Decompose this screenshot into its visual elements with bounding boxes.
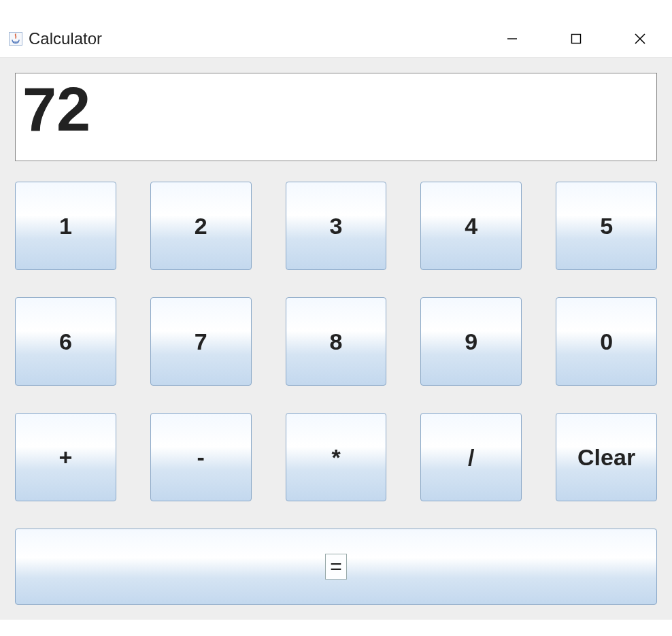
divide-button[interactable]: / — [420, 413, 522, 501]
digit-6-button[interactable]: 6 — [15, 297, 116, 386]
equals-label: = — [325, 554, 347, 580]
digit-4-button[interactable]: 4 — [420, 182, 522, 270]
title-bar: Calculator — [0, 20, 672, 57]
add-button[interactable]: + — [15, 413, 116, 501]
equals-row: = — [15, 529, 657, 605]
digit-5-button[interactable]: 5 — [556, 182, 657, 270]
equals-button[interactable]: = — [15, 529, 657, 605]
clear-button[interactable]: Clear — [556, 413, 657, 501]
keypad: 1 2 3 4 5 6 7 8 9 0 + - * / Clear — [15, 182, 657, 501]
digit-9-button[interactable]: 9 — [420, 297, 522, 386]
digit-0-button[interactable]: 0 — [556, 297, 657, 386]
maximize-button[interactable] — [544, 20, 608, 57]
java-app-icon — [8, 31, 23, 46]
minimize-button[interactable] — [480, 20, 544, 57]
display-field[interactable]: 72 — [15, 73, 657, 161]
digit-7-button[interactable]: 7 — [150, 297, 252, 386]
digit-2-button[interactable]: 2 — [150, 182, 252, 270]
digit-3-button[interactable]: 3 — [286, 182, 387, 270]
digit-1-button[interactable]: 1 — [15, 182, 116, 270]
close-button[interactable] — [608, 20, 672, 57]
display-value: 72 — [22, 79, 650, 140]
svg-rect-2 — [572, 35, 581, 44]
subtract-button[interactable]: - — [150, 413, 252, 501]
digit-8-button[interactable]: 8 — [286, 297, 387, 386]
calculator-panel: 72 1 2 3 4 5 6 7 8 9 0 + - * / Clear = — [0, 57, 672, 620]
multiply-button[interactable]: * — [286, 413, 387, 501]
window-controls — [480, 20, 672, 57]
calculator-window: Calculator 72 1 2 3 4 5 6 7 8 9 — [0, 20, 672, 620]
window-title: Calculator — [29, 29, 480, 48]
